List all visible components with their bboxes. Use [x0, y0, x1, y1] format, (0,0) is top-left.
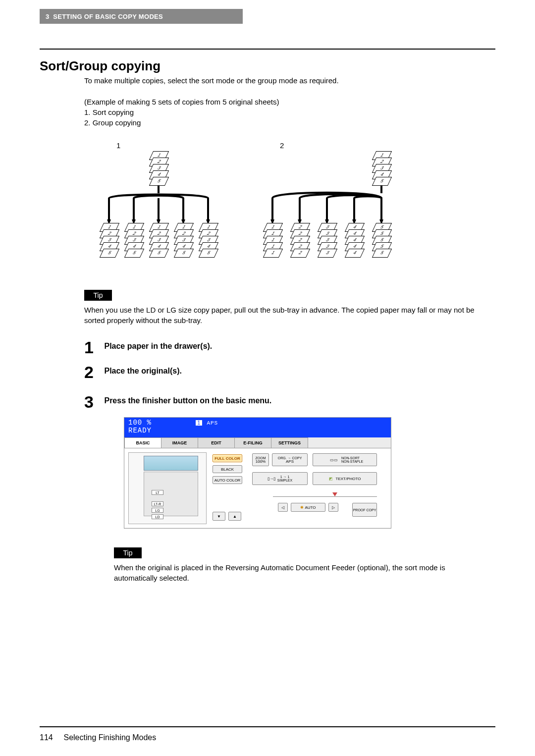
btn-duplex[interactable]: ▯→▯ 1 → 1SIMPLEX — [252, 472, 308, 485]
step-text-3: Press the finisher button on the basic m… — [104, 396, 271, 405]
btn-image-mode[interactable]: ◩ TEXT/PHOTO — [313, 472, 377, 485]
chapter-header: 3 SETTING OF BASIC COPY MODES — [40, 9, 243, 24]
group-out-5: 55555 — [374, 225, 394, 258]
copier-panel-screenshot: 100 % 1 APS READY BASIC IMAGE EDIT E-FIL… — [124, 417, 391, 529]
btn-black[interactable]: BLACK — [213, 465, 242, 473]
tip-label-1: Tip — [84, 290, 112, 301]
chapter-title: SETTING OF BASIC COPY MODES — [53, 13, 163, 20]
page-footer: 114 Selecting Finishing Modes — [40, 733, 156, 742]
original-stack-right: 12345 — [374, 154, 394, 186]
tab-edit[interactable]: EDIT — [198, 437, 235, 448]
footer-section: Selecting Finishing Modes — [63, 733, 156, 742]
btn-finisher[interactable]: ▭▭ NON-SORTNON-STAPLE — [313, 453, 377, 466]
panel-zoom-pct: 100 % — [128, 419, 152, 427]
intro-text: To make multiple copies, select the sort… — [84, 75, 490, 86]
step-num-2: 2 — [84, 363, 99, 382]
btn-density-auto[interactable]: ✺AUTO — [291, 503, 325, 512]
btn-full-color[interactable]: FULL COLOR — [213, 454, 242, 462]
page-number: 114 — [40, 733, 61, 742]
density-slider — [273, 494, 377, 499]
btn-auto-color[interactable]: AUTO COLOR — [213, 476, 242, 484]
diagram-label-2: 2 — [280, 141, 284, 150]
example-item-1: 1. Sort copying — [84, 107, 490, 117]
example-lead: (Example of making 5 sets of copies from… — [84, 97, 490, 107]
sort-out-4: 12345 — [176, 225, 196, 258]
section-heading: Sort/Group copying — [40, 58, 160, 74]
drawer-lt[interactable]: LT — [152, 490, 163, 495]
btn-zoom[interactable]: ZOOM100% — [252, 453, 269, 466]
tip-text-2: When the original is placed in the Rever… — [114, 562, 490, 583]
tab-efiling[interactable]: E-FILING — [234, 437, 271, 448]
step-3: 3 Press the finisher button on the basic… — [84, 392, 490, 412]
step-num-1: 1 — [84, 338, 99, 357]
example-block: (Example of making 5 sets of copies from… — [84, 97, 490, 128]
copier-illustration: LT LT-R LG LD — [128, 452, 207, 524]
tip-text-1: When you use the LD or LG size copy pape… — [84, 305, 490, 325]
tab-image[interactable]: IMAGE — [161, 437, 198, 448]
step-2: 2 Place the original(s). — [84, 363, 490, 382]
tip-label-2: Tip — [114, 547, 142, 558]
textphoto-icon: ◩ — [329, 477, 333, 481]
btn-arrow-up[interactable]: ▲ — [228, 512, 241, 521]
step-text-2: Place the original(s). — [104, 367, 181, 376]
tab-basic[interactable]: BASIC — [124, 437, 161, 448]
sort-group-diagram: 1 2 12345 12345 12345 12345 12 — [84, 141, 401, 270]
panel-aps: APS — [207, 420, 218, 426]
drawer-ltr[interactable]: LT-R — [152, 501, 163, 506]
group-out-4: 44444 — [347, 225, 367, 258]
btn-proof-copy[interactable]: PROOF COPY — [352, 503, 377, 517]
sort-out-2: 12345 — [126, 225, 146, 258]
density-pointer-icon — [332, 492, 337, 496]
chapter-number: 3 — [46, 13, 50, 20]
btn-orig-copy[interactable]: ORG. → COPYAPS — [272, 453, 308, 466]
example-item-2: 2. Group copying — [84, 117, 490, 128]
group-out-3: 33333 — [320, 225, 339, 258]
drawer-ld[interactable]: LD — [152, 514, 163, 519]
panel-body: LT LT-R LG LD FULL COLOR BLACK AUTO COLO… — [124, 448, 391, 528]
panel-status-bar: 100 % 1 APS READY — [124, 418, 391, 437]
btn-density-left[interactable]: ◁ — [278, 503, 288, 512]
rule-top — [40, 49, 495, 50]
duplex-icon: ▯→▯ — [268, 477, 275, 481]
sort-out-3: 12345 — [151, 225, 171, 258]
rule-bottom — [40, 726, 495, 727]
btn-density-right[interactable]: ▷ — [328, 503, 338, 512]
finisher-icon: ▭▭ — [326, 458, 341, 462]
diagram-label-1: 1 — [116, 141, 120, 150]
step-text-1: Place paper in the drawer(s). — [104, 342, 212, 351]
panel-tabs: BASIC IMAGE EDIT E-FILING SETTINGS — [124, 437, 391, 448]
group-out-2: 22222 — [292, 225, 312, 258]
sort-out-5: 12345 — [201, 225, 220, 258]
sort-out-1: 12345 — [102, 225, 121, 258]
btn-arrow-down[interactable]: ▼ — [213, 512, 225, 521]
step-1: 1 Place paper in the drawer(s). — [84, 338, 490, 357]
drawer-lg[interactable]: LG — [152, 508, 163, 513]
panel-status: READY — [128, 427, 387, 434]
panel-count: 1 — [197, 420, 201, 426]
auto-icon: ✺ — [300, 505, 304, 510]
tab-settings[interactable]: SETTINGS — [271, 437, 308, 448]
group-out-1: 11111 — [265, 225, 285, 258]
original-stack-left: 12345 — [151, 154, 171, 186]
step-num-3: 3 — [84, 392, 99, 412]
